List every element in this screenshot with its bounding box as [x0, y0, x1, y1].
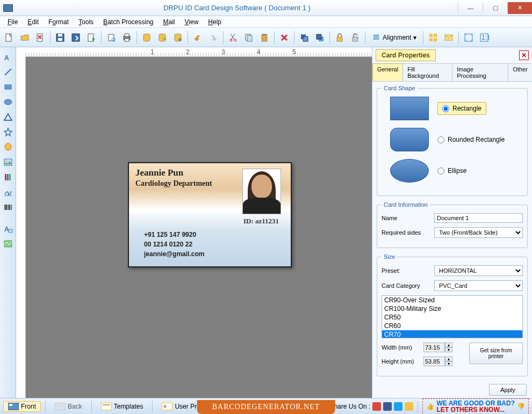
- menu-mail[interactable]: Mail: [159, 17, 179, 27]
- database-settings-button[interactable]: [171, 31, 185, 45]
- library-tool[interactable]: [2, 171, 15, 184]
- watermark-tool[interactable]: A: [2, 222, 15, 235]
- share-other-icon[interactable]: [405, 402, 413, 411]
- database-export-button[interactable]: [155, 31, 169, 45]
- actual-size-button[interactable]: 1:1: [477, 31, 491, 45]
- list-item-selected[interactable]: CR70: [382, 330, 522, 338]
- barcode-tool[interactable]: [2, 201, 15, 214]
- print-button[interactable]: [120, 31, 134, 45]
- delete-file-button[interactable]: [33, 31, 47, 45]
- list-item[interactable]: CR50: [382, 313, 522, 322]
- alignment-dropdown[interactable]: Alignment ▾: [368, 31, 420, 45]
- save-as-button[interactable]: [69, 31, 83, 45]
- menu-batch[interactable]: Batch Processing: [99, 17, 157, 27]
- send-back-button[interactable]: [313, 31, 327, 45]
- category-select[interactable]: PVC_Card: [434, 280, 523, 291]
- print-preview-button[interactable]: [104, 31, 118, 45]
- database-button[interactable]: [140, 31, 154, 45]
- properties-panel: Card Properties ✕ General Fill Backgroun…: [372, 47, 532, 398]
- preset-select[interactable]: HORIZONTAL: [434, 265, 523, 276]
- apply-button[interactable]: Apply: [489, 384, 527, 396]
- shape-rounded-radio[interactable]: Rounded Rectangle: [437, 136, 505, 143]
- tab-general[interactable]: General: [372, 63, 403, 81]
- height-label: Height (mm): [382, 358, 419, 365]
- triangle-tool[interactable]: [2, 111, 15, 124]
- svg-rect-30: [429, 38, 433, 41]
- name-input[interactable]: [434, 213, 523, 223]
- back-tab[interactable]: Back: [50, 401, 87, 412]
- svg-rect-10: [125, 34, 129, 37]
- id-card[interactable]: Jeannie Pun Cardiology Department ID: az…: [128, 162, 292, 267]
- svg-rect-25: [317, 34, 321, 39]
- star-tool[interactable]: [2, 126, 15, 139]
- shape-rectangle-radio[interactable]: Rectangle: [437, 102, 486, 115]
- templates-button[interactable]: Templates: [96, 401, 148, 412]
- tab-other[interactable]: Other: [508, 63, 532, 81]
- cut-button[interactable]: [226, 31, 240, 45]
- menu-tools[interactable]: Tools: [74, 17, 98, 27]
- new-button[interactable]: [2, 31, 16, 45]
- svg-rect-28: [429, 34, 433, 37]
- svg-rect-48: [9, 404, 12, 406]
- width-spinner[interactable]: ▲▼: [423, 343, 454, 352]
- menu-file[interactable]: File: [3, 17, 22, 27]
- menu-help[interactable]: Help: [204, 17, 226, 27]
- line-tool[interactable]: [2, 66, 15, 78]
- image-tool[interactable]: [2, 156, 15, 169]
- bring-front-button[interactable]: [297, 31, 311, 45]
- user-profile-icon: [162, 403, 172, 410]
- delete-button[interactable]: [277, 31, 291, 45]
- feedback-link[interactable]: 👍 WE ARE GOOD OR BAD? LET OTHERS KNOW...…: [422, 398, 529, 415]
- menu-view[interactable]: View: [181, 17, 203, 27]
- unlock-button[interactable]: [348, 31, 362, 45]
- tab-fill-background[interactable]: Fill Background: [402, 63, 452, 81]
- card-shape-legend: Card Shape: [382, 85, 418, 91]
- svg-rect-3: [58, 38, 62, 41]
- sides-label: Required sides: [382, 229, 430, 236]
- tab-image-processing[interactable]: Image Processing: [452, 63, 508, 81]
- rectangle-tool[interactable]: [2, 81, 15, 93]
- lock-button[interactable]: [333, 31, 347, 45]
- open-button[interactable]: [18, 31, 32, 45]
- minimize-button[interactable]: —: [458, 2, 483, 14]
- signature-tool[interactable]: [2, 186, 15, 199]
- fit-button[interactable]: [462, 31, 476, 45]
- twitter-icon[interactable]: [394, 402, 402, 411]
- facebook-icon[interactable]: [383, 402, 392, 411]
- export-button[interactable]: [84, 31, 98, 45]
- custom-shape-tool[interactable]: [2, 141, 15, 154]
- height-spinner[interactable]: ▲▼: [423, 357, 454, 366]
- card-back-icon: [55, 403, 66, 410]
- svg-rect-37: [5, 85, 11, 89]
- close-button[interactable]: ✕: [507, 2, 532, 14]
- svg-rect-11: [125, 39, 129, 41]
- background-tool[interactable]: [2, 237, 15, 250]
- list-item[interactable]: CR100-Military Size: [382, 304, 522, 313]
- front-tab[interactable]: Front: [3, 401, 41, 412]
- menu-format[interactable]: Format: [44, 17, 73, 27]
- grid-button[interactable]: [426, 31, 440, 45]
- list-item[interactable]: CR60: [382, 322, 522, 330]
- mail-button[interactable]: [442, 31, 456, 45]
- properties-close-button[interactable]: ✕: [519, 50, 529, 60]
- google-plus-icon[interactable]: [372, 402, 381, 411]
- copy-button[interactable]: [242, 31, 256, 45]
- list-item[interactable]: CR90-Over Sized: [382, 296, 522, 304]
- paste-button[interactable]: [257, 31, 271, 45]
- preset-label: Preset:: [382, 267, 430, 274]
- shape-ellipse-radio[interactable]: Ellipse: [437, 167, 466, 175]
- ellipse-tool[interactable]: [2, 96, 15, 108]
- undo-button[interactable]: [191, 31, 205, 45]
- size-list[interactable]: CR90-Over Sized CR100-Military Size CR50…: [382, 295, 523, 338]
- save-button[interactable]: [53, 31, 67, 45]
- sides-select[interactable]: Two (Front/Back Side): [434, 227, 523, 238]
- menu-edit[interactable]: Edit: [23, 17, 43, 27]
- svg-rect-39: [4, 159, 12, 165]
- get-size-printer-button[interactable]: Get size from printer: [469, 343, 523, 364]
- canvas[interactable]: Jeannie Pun Cardiology Department ID: az…: [26, 57, 372, 398]
- shape-rounded-preview: [390, 128, 429, 151]
- dropdown-arrow-icon: ▾: [413, 34, 416, 41]
- redo-button[interactable]: [206, 31, 220, 45]
- text-tool[interactable]: A: [2, 50, 15, 63]
- maximize-button[interactable]: ▢: [483, 2, 507, 14]
